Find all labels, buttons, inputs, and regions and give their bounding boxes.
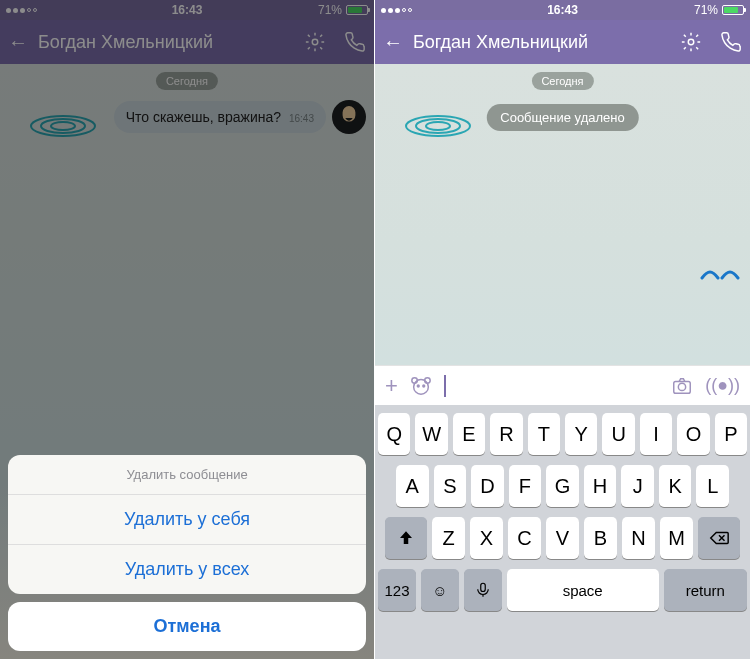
keyboard: QWERTYUIOP ASDFGHJKL ZXCVBNM 123 ☺ space… <box>375 405 750 659</box>
svg-point-3 <box>51 122 75 130</box>
contact-name[interactable]: Богдан Хмельницкий <box>413 32 670 53</box>
key-e[interactable]: E <box>453 413 485 455</box>
voice-icon[interactable]: ((●)) <box>705 375 740 396</box>
phone-right: 16:43 71% ← Богдан Хмельницкий Сегодня С… <box>375 0 750 659</box>
kbd-row-3: ZXCVBNM <box>378 517 747 559</box>
key-n[interactable]: N <box>622 517 655 559</box>
message-text: Что скажешь, вражина? <box>126 109 281 125</box>
numbers-key[interactable]: 123 <box>378 569 416 611</box>
svg-point-5 <box>406 116 470 136</box>
camera-icon[interactable] <box>671 375 693 397</box>
key-v[interactable]: V <box>546 517 579 559</box>
attach-icon[interactable]: + <box>385 373 398 399</box>
svg-point-4 <box>688 39 694 45</box>
deleted-badge: Сообщение удалено <box>486 104 638 131</box>
key-y[interactable]: Y <box>565 413 597 455</box>
message-time: 16:43 <box>289 113 314 124</box>
kbd-row-4: 123 ☺ space return <box>378 569 747 611</box>
key-i[interactable]: I <box>640 413 672 455</box>
gear-icon[interactable] <box>680 31 702 53</box>
action-sheet: Удалить сообщение Удалить у себя Удалить… <box>8 455 366 651</box>
status-time: 16:43 <box>172 3 203 17</box>
battery-icon <box>346 5 368 15</box>
svg-point-2 <box>41 119 85 133</box>
backspace-key[interactable] <box>698 517 740 559</box>
svg-point-12 <box>423 385 425 387</box>
key-j[interactable]: J <box>621 465 654 507</box>
kbd-row-1: QWERTYUIOP <box>378 413 747 455</box>
key-f[interactable]: F <box>509 465 542 507</box>
message-row[interactable]: Что скажешь, вражина? 16:43 <box>114 100 366 134</box>
key-r[interactable]: R <box>490 413 522 455</box>
key-o[interactable]: O <box>677 413 709 455</box>
message-bubble: Что скажешь, вражина? 16:43 <box>114 101 326 133</box>
dictation-key[interactable] <box>464 569 502 611</box>
status-time: 16:43 <box>547 3 578 17</box>
key-g[interactable]: G <box>546 465 579 507</box>
key-d[interactable]: D <box>471 465 504 507</box>
message-input-bar: + ((●)) <box>375 365 750 405</box>
svg-point-0 <box>312 39 318 45</box>
battery-pct: 71% <box>694 3 718 17</box>
key-a[interactable]: A <box>396 465 429 507</box>
svg-point-7 <box>426 122 450 130</box>
key-u[interactable]: U <box>602 413 634 455</box>
chat-header: ← Богдан Хмельницкий <box>0 20 374 64</box>
back-icon[interactable]: ← <box>8 31 28 54</box>
kbd-row-2: ASDFGHJKL <box>378 465 747 507</box>
key-l[interactable]: L <box>696 465 729 507</box>
signal-dots <box>381 8 412 13</box>
key-q[interactable]: Q <box>378 413 410 455</box>
key-b[interactable]: B <box>584 517 617 559</box>
delete-for-all-button[interactable]: Удалить у всех <box>8 545 366 594</box>
battery-icon <box>722 5 744 15</box>
key-k[interactable]: K <box>659 465 692 507</box>
back-icon[interactable]: ← <box>383 31 403 54</box>
cancel-button[interactable]: Отмена <box>8 602 366 651</box>
chat-area-right: Сегодня Сообщение удалено + ((●)) QWERTY… <box>375 64 750 659</box>
key-x[interactable]: X <box>470 517 503 559</box>
contact-name[interactable]: Богдан Хмельницкий <box>38 32 294 53</box>
emoji-key[interactable]: ☺ <box>421 569 459 611</box>
svg-point-14 <box>678 383 685 390</box>
phone-left: 16:43 71% ← Богдан Хмельницкий Сегодня Ч… <box>0 0 375 659</box>
key-z[interactable]: Z <box>432 517 465 559</box>
sheet-title: Удалить сообщение <box>8 455 366 495</box>
day-badge: Сегодня <box>156 72 218 90</box>
battery-pct: 71% <box>318 3 342 17</box>
return-key[interactable]: return <box>664 569 747 611</box>
message-input[interactable] <box>444 375 659 397</box>
key-m[interactable]: M <box>660 517 693 559</box>
svg-point-1 <box>31 116 95 136</box>
gear-icon[interactable] <box>304 31 326 53</box>
shift-key[interactable] <box>385 517 427 559</box>
sticker-icon[interactable] <box>410 375 432 397</box>
key-c[interactable]: C <box>508 517 541 559</box>
svg-point-11 <box>417 385 419 387</box>
avatar[interactable] <box>332 100 366 134</box>
key-h[interactable]: H <box>584 465 617 507</box>
key-s[interactable]: S <box>434 465 467 507</box>
delete-for-me-button[interactable]: Удалить у себя <box>8 495 366 545</box>
status-bar: 16:43 71% <box>375 0 750 20</box>
call-icon[interactable] <box>344 31 366 53</box>
signal-dots <box>6 8 37 13</box>
chat-header: ← Богдан Хмельницкий <box>375 20 750 64</box>
day-badge: Сегодня <box>531 72 593 90</box>
status-bar: 16:43 71% <box>0 0 374 20</box>
call-icon[interactable] <box>720 31 742 53</box>
svg-rect-15 <box>481 583 486 591</box>
svg-point-8 <box>414 379 429 394</box>
key-t[interactable]: T <box>528 413 560 455</box>
key-p[interactable]: P <box>715 413 747 455</box>
key-w[interactable]: W <box>415 413 447 455</box>
space-key[interactable]: space <box>507 569 659 611</box>
svg-point-6 <box>416 119 460 133</box>
